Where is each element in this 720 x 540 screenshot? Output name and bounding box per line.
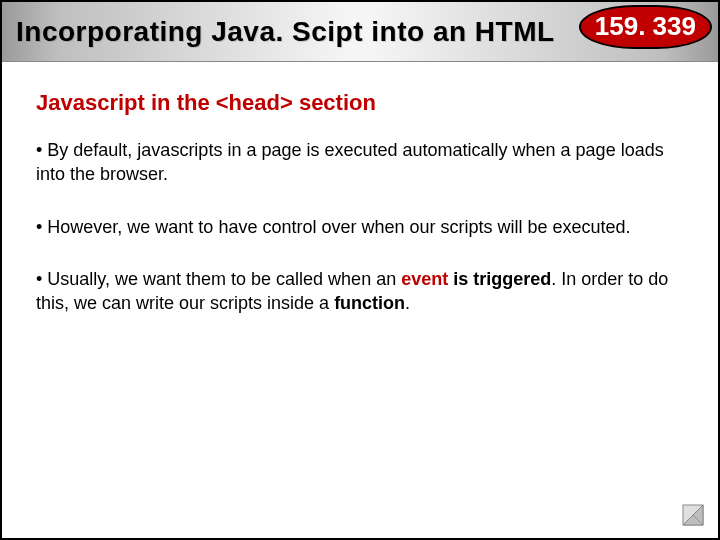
bullet-item: • However, we want to have control over … [36,215,684,239]
section-heading: Javascript in the <head> section [36,90,684,116]
emphasis-function: function [334,293,405,313]
bullet-text: is triggered [448,269,551,289]
course-badge: 159. 339 [579,5,712,49]
bullet-text: • Usually, we want them to be called whe… [36,269,401,289]
bullet-item: • By default, javascripts in a page is e… [36,138,684,187]
title-bar: Incorporating Java. Scipt into an HTML 1… [2,2,718,62]
page-fold-icon [682,504,704,526]
page-title: Incorporating Java. Scipt into an HTML [16,16,555,48]
emphasis-event: event [401,269,448,289]
bullet-item: • Usually, we want them to be called whe… [36,267,684,316]
content-area: Javascript in the <head> section • By de… [2,62,718,315]
bullet-text: . [405,293,410,313]
